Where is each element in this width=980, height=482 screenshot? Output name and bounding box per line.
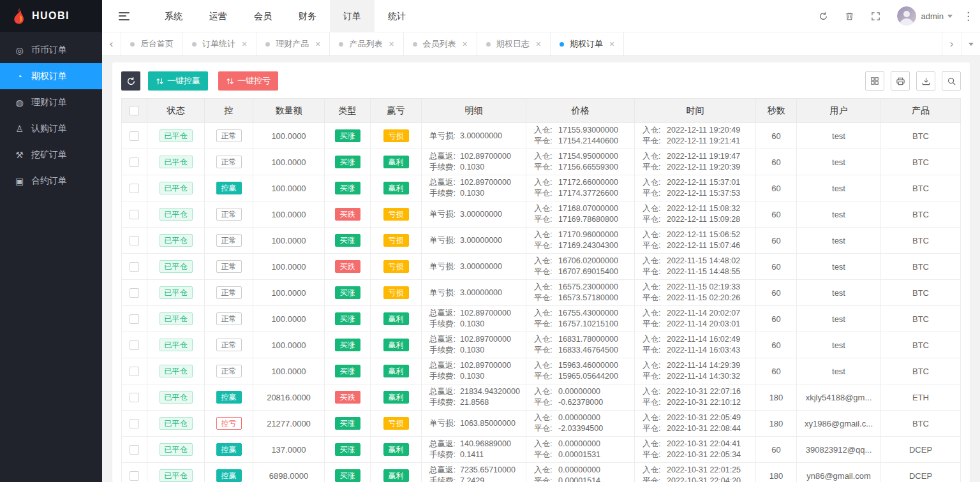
row-checkbox[interactable] [130,157,139,167]
kv-label: 平仓: [534,293,558,303]
refresh-table-button[interactable] [121,71,140,91]
cell-seconds: 60 [756,358,797,384]
kv-label: 入仓: [642,177,667,188]
tab[interactable]: 后台首页 [121,33,183,55]
option-orders-icon: ◔ [14,71,25,82]
sidebar-item-label: 理财订单 [31,97,67,108]
more-options-icon[interactable]: ⋮ [963,11,974,22]
tab[interactable]: 理财产品× [256,33,330,55]
select-all-checkbox[interactable] [130,106,139,115]
top-menu-item[interactable]: 运营 [196,0,241,32]
cell-status: 已平仓 [147,201,205,228]
tabs-scroll-right-icon[interactable]: › [942,33,961,55]
tab[interactable]: 期权日志× [477,33,551,55]
row-checkbox[interactable] [130,131,139,141]
subscribe-orders-icon: ♙ [14,124,25,134]
cell-time: 入仓:2022-10-31 22:01:25平仓:2022-10-31 22:0… [635,463,756,482]
menu-toggle-icon[interactable] [119,12,130,20]
row-checkbox[interactable] [130,236,139,245]
tab[interactable]: 订单统计× [183,33,256,55]
top-menu-item[interactable]: 订单 [330,0,375,32]
force-lose-button[interactable]: 一键控亏 [218,71,278,91]
cell-user: test [797,306,881,332]
tab-close-icon[interactable]: × [536,40,541,48]
cell-product: BTC [881,175,961,201]
tab[interactable]: 期权订单× [551,33,624,55]
tab-label: 产品列表 [349,38,382,50]
detail-line: 手续费:0.1411 [429,449,522,460]
kv-label: 平仓: [642,214,667,225]
sidebar-item[interactable]: ◍理财订单 [0,89,102,115]
top-menu-item[interactable]: 系统 [151,0,196,32]
row-checkbox[interactable] [130,184,139,193]
row-checkbox[interactable] [130,471,139,481]
export-button[interactable] [916,71,935,91]
cell-checkbox [122,254,147,280]
top-menu-item[interactable]: 会员 [241,0,285,32]
result-badge: 亏损 [383,208,409,221]
kv-value: 0.00000000 [558,386,600,397]
sidebar-item[interactable]: ♙认购订单 [0,115,102,142]
kv-value: 0.00001531 [558,449,600,460]
avatar[interactable] [897,6,916,26]
type-badge: 买跌 [335,391,360,404]
cell-detail: 总赢返:102.89700000手续费:0.1030 [422,332,526,358]
tab-close-icon[interactable]: × [389,40,394,48]
row-checkbox[interactable] [130,262,139,272]
cell-detail: 单亏损:3.00000000 [422,228,526,254]
control-badge: 控赢 [216,443,242,456]
type-badge: 买涨 [335,365,360,377]
cell-status: 已平仓 [147,411,205,437]
sidebar-item[interactable]: ◎币币订单 [0,37,102,63]
tab-close-icon[interactable]: × [609,40,614,48]
detail-line: 单亏损:3.00000000 [429,235,522,246]
row-checkbox[interactable] [130,340,139,350]
top-menu-item[interactable]: 统计 [375,0,419,32]
detail-line: 单亏损:3.00000000 [429,209,522,220]
cell-product: BTC [881,123,961,149]
kv-label: 平仓: [642,476,667,482]
kv-value: 2022-10-31 22:04:20 [667,476,741,482]
trash-icon[interactable] [845,11,854,21]
status-badge: 已平仓 [160,443,193,456]
sidebar-item[interactable]: ▣合约订单 [0,168,102,194]
refresh-icon[interactable] [819,11,828,21]
sidebar-menu: ◎币币订单◔期权订单◍理财订单♙认购订单⚒挖矿订单▣合约订单 [0,32,102,194]
force-win-button[interactable]: 一键控赢 [148,71,208,91]
kv-value: -2.03394500 [558,423,603,434]
row-checkbox[interactable] [130,419,139,428]
username[interactable]: admin [921,11,944,21]
row-checkbox[interactable] [130,393,139,402]
tab-close-icon[interactable]: × [242,40,247,48]
tab[interactable]: 产品列表× [330,33,403,55]
kv-value: 15963.46000000 [558,360,618,371]
sidebar-item[interactable]: ⚒挖矿订单 [0,142,102,168]
fullscreen-icon[interactable] [871,11,880,21]
row-checkbox[interactable] [130,445,139,455]
tab[interactable]: 会员列表× [404,33,477,55]
top-menu-item[interactable]: 财务 [285,0,330,32]
print-button[interactable] [891,71,910,91]
kv-line: 平仓:2022-10-31 22:08:44 [642,423,752,434]
top-right-actions: admin ⋮ [819,6,980,26]
tabs-menu-icon[interactable] [961,33,980,55]
kv-value: 2022-11-14 14:30:32 [667,371,740,382]
row-checkbox[interactable] [130,210,139,219]
tabs-scroll-left-icon[interactable]: ‹ [102,33,121,55]
detail-value: 0.1030 [460,162,484,173]
detail-value: 0.1030 [460,371,484,382]
tab-close-icon[interactable]: × [315,40,320,48]
search-button[interactable] [942,71,961,91]
status-badge: 已平仓 [160,391,193,404]
cell-user: test [797,332,881,358]
cell-type: 买涨 [325,332,371,358]
sidebar-item[interactable]: ◔期权订单 [0,63,102,89]
tab-close-icon[interactable]: × [463,40,468,48]
logo[interactable]: HUOBI [0,0,102,32]
row-checkbox[interactable] [130,288,139,298]
kv-label: 平仓: [534,240,558,251]
cell-result: 赢利 [371,463,422,482]
row-checkbox[interactable] [130,314,139,324]
row-checkbox[interactable] [130,367,139,376]
filter-columns-button[interactable] [865,71,884,91]
